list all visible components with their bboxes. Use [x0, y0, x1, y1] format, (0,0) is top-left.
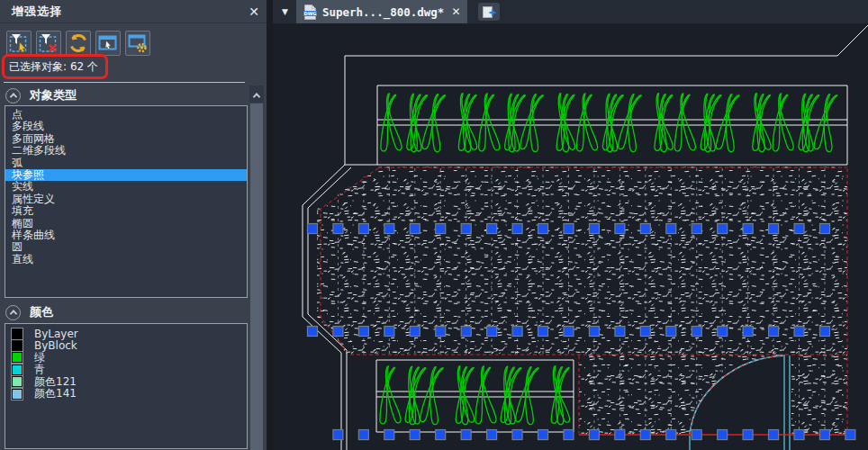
- grip[interactable]: [538, 224, 548, 234]
- object-type-item[interactable]: 填充: [5, 205, 247, 217]
- grip[interactable]: [436, 327, 446, 337]
- object-type-list[interactable]: 点多段线多面网格二维多段线弧块参照实线属性定义填充椭圆样条曲线圆直线: [5, 105, 248, 298]
- color-item[interactable]: 颜色141: [5, 388, 247, 400]
- grip[interactable]: [384, 224, 394, 234]
- grip[interactable]: [615, 430, 625, 440]
- tab-dropdown-icon[interactable]: ▼: [282, 7, 288, 16]
- grip[interactable]: [333, 224, 343, 234]
- grip[interactable]: [461, 327, 471, 337]
- object-type-item[interactable]: 属性定义: [5, 194, 247, 205]
- grip[interactable]: [666, 224, 676, 234]
- grip[interactable]: [487, 430, 497, 440]
- grip[interactable]: [564, 430, 574, 440]
- grip[interactable]: [358, 224, 368, 234]
- grip[interactable]: [794, 327, 804, 337]
- object-type-item[interactable]: 直线: [5, 254, 247, 266]
- grip[interactable]: [436, 224, 446, 234]
- object-type-item[interactable]: 椭圆: [5, 218, 247, 230]
- grip[interactable]: [615, 327, 625, 337]
- object-type-item[interactable]: 弧: [5, 158, 247, 169]
- grip[interactable]: [564, 327, 574, 337]
- grip[interactable]: [308, 327, 318, 337]
- grip[interactable]: [794, 430, 804, 440]
- filter-select-button[interactable]: [6, 31, 32, 56]
- grip[interactable]: [769, 430, 779, 440]
- grip[interactable]: [333, 327, 343, 337]
- grip[interactable]: [769, 224, 779, 234]
- grip[interactable]: [743, 430, 753, 440]
- grip[interactable]: [564, 224, 574, 234]
- grip[interactable]: [743, 224, 753, 234]
- grip[interactable]: [615, 224, 625, 234]
- document-tab[interactable]: DWG Superh..._800.dwg* ✕: [296, 0, 468, 23]
- grip[interactable]: [461, 430, 471, 440]
- color-section-header[interactable]: 颜色: [5, 304, 53, 320]
- grip[interactable]: [410, 327, 420, 337]
- grip[interactable]: [538, 430, 548, 440]
- object-type-item[interactable]: 多段线: [5, 121, 247, 132]
- grip[interactable]: [743, 327, 753, 337]
- grip[interactable]: [589, 327, 599, 337]
- scrollbar-thumb[interactable]: [250, 104, 263, 450]
- grip[interactable]: [820, 327, 830, 337]
- window-settings-button[interactable]: [125, 31, 150, 56]
- grip[interactable]: [410, 430, 420, 440]
- grip[interactable]: [692, 224, 701, 234]
- close-icon[interactable]: ✕: [249, 4, 259, 19]
- separator-line: [4, 82, 245, 83]
- object-type-item[interactable]: 多面网格: [5, 133, 247, 145]
- collapse-circle-icon[interactable]: [5, 305, 21, 320]
- grip[interactable]: [512, 224, 522, 234]
- collapse-circle-icon[interactable]: [5, 88, 21, 104]
- grip[interactable]: [512, 430, 522, 440]
- grip[interactable]: [640, 430, 650, 440]
- grip[interactable]: [487, 224, 497, 234]
- window-pick-button[interactable]: [95, 31, 121, 56]
- panel-titlebar[interactable]: 增强选择 ✕: [0, 0, 267, 23]
- grip[interactable]: [718, 224, 728, 234]
- filter-clear-button[interactable]: [36, 31, 61, 56]
- grip[interactable]: [845, 430, 855, 440]
- grip[interactable]: [589, 224, 599, 234]
- grip[interactable]: [436, 430, 446, 440]
- grip[interactable]: [718, 327, 728, 337]
- grip[interactable]: [819, 430, 829, 440]
- color-list[interactable]: ByLayerByBlock绿青颜色121颜色141: [5, 323, 248, 449]
- grip[interactable]: [718, 430, 728, 440]
- grip[interactable]: [692, 327, 701, 337]
- grip[interactable]: [640, 327, 650, 337]
- grip[interactable]: [384, 430, 394, 440]
- grip[interactable]: [461, 224, 471, 234]
- new-tab-button[interactable]: [478, 3, 500, 21]
- grip[interactable]: [666, 430, 676, 440]
- panel-scrollbar[interactable]: [249, 86, 264, 450]
- grip[interactable]: [333, 430, 343, 440]
- grip[interactable]: [794, 224, 804, 234]
- object-type-item[interactable]: 二维多段线: [5, 145, 247, 157]
- grip[interactable]: [487, 327, 497, 337]
- scroll-up-button[interactable]: [249, 86, 264, 103]
- grip[interactable]: [640, 224, 650, 234]
- grip[interactable]: [358, 430, 368, 440]
- grip[interactable]: [769, 327, 779, 337]
- grip[interactable]: [692, 430, 701, 440]
- object-type-item[interactable]: 圆: [5, 241, 247, 253]
- object-type-item[interactable]: 块参照: [5, 169, 247, 181]
- grip[interactable]: [820, 224, 830, 234]
- color-item[interactable]: ByLayer: [5, 328, 247, 339]
- grip[interactable]: [358, 327, 368, 337]
- refresh-button[interactable]: [66, 31, 91, 56]
- grip[interactable]: [666, 327, 676, 337]
- grip[interactable]: [512, 327, 522, 337]
- grip[interactable]: [410, 224, 420, 234]
- object-type-section-header[interactable]: 对象类型: [5, 87, 77, 104]
- tab-close-icon[interactable]: ✕: [451, 5, 460, 18]
- object-type-item[interactable]: 实线: [5, 181, 247, 193]
- object-type-item[interactable]: 点: [5, 109, 247, 121]
- grip[interactable]: [538, 327, 548, 337]
- grip[interactable]: [308, 224, 318, 234]
- drawing-canvas[interactable]: [273, 23, 868, 450]
- grip[interactable]: [589, 430, 599, 440]
- object-type-item[interactable]: 样条曲线: [5, 230, 247, 241]
- grip[interactable]: [384, 327, 394, 337]
